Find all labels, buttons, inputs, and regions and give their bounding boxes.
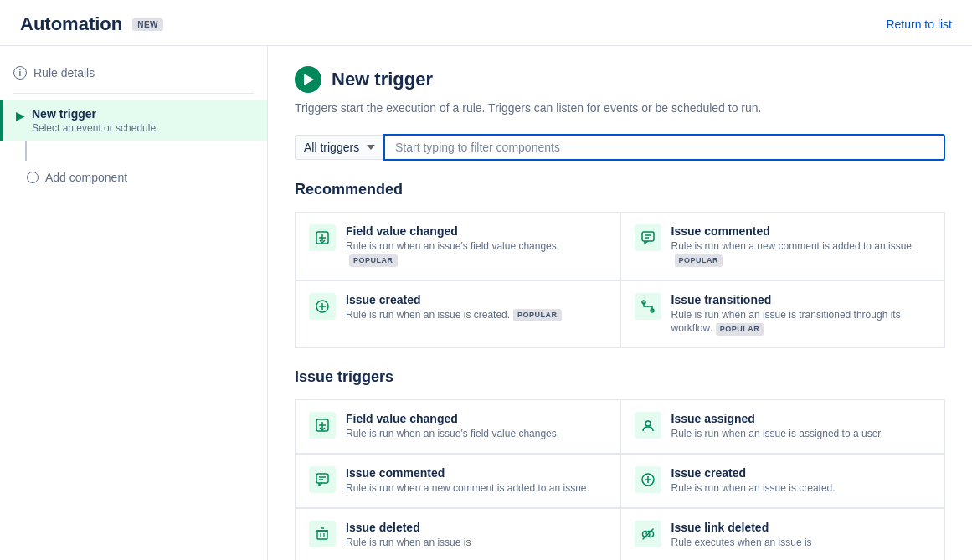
- trigger-title: New trigger: [32, 107, 158, 121]
- return-to-list-link[interactable]: Return to list: [886, 18, 952, 31]
- trigger-card-title: Issue deleted: [346, 521, 606, 534]
- trigger-card-desc: Rule is run when an issue is assigned to…: [671, 427, 932, 441]
- sidebar-trigger-item[interactable]: ▶ New trigger Select an event or schedul…: [0, 100, 267, 141]
- trigger-card[interactable]: Field value changedRule is run when an i…: [295, 212, 620, 280]
- panel-description: Triggers start the execution of a rule. …: [295, 100, 945, 117]
- sidebar: i Rule details ▶ New trigger Select an e…: [0, 46, 268, 560]
- trigger-card-title: Issue link deleted: [671, 521, 932, 534]
- add-component-label: Add component: [45, 171, 127, 184]
- header-left: Automation NEW: [20, 13, 163, 35]
- new-badge: NEW: [132, 18, 163, 31]
- main-content: i Rule details ▶ New trigger Select an e…: [0, 46, 972, 560]
- svg-rect-15: [316, 474, 328, 483]
- link-delete-icon: [635, 521, 661, 547]
- popular-badge: POPULAR: [349, 254, 398, 267]
- popular-badge: POPULAR: [513, 309, 562, 321]
- trigger-card-body: Issue createdRule is run when an issue i…: [346, 293, 606, 322]
- trigger-card-desc: Rule is run when an issue is created.POP…: [346, 308, 606, 322]
- recommended-section-title: Recommended: [295, 181, 945, 198]
- trigger-card-body: Field value changedRule is run when an i…: [346, 412, 606, 441]
- trigger-card[interactable]: Issue commentedRule is run when a new co…: [620, 212, 946, 280]
- trigger-card-title: Issue created: [346, 293, 606, 306]
- trigger-text: New trigger Select an event or schedule.: [32, 107, 158, 134]
- trigger-subtitle: Select an event or schedule.: [32, 122, 158, 134]
- add-circle-icon: [27, 172, 39, 183]
- app-header: Automation NEW Return to list: [0, 0, 972, 46]
- trigger-card-desc: Rule is run when an issue is transitione…: [671, 308, 932, 337]
- filter-row: All triggers: [295, 134, 945, 161]
- issue-triggers-grid: Field value changedRule is run when an i…: [295, 399, 945, 560]
- sidebar-add-component[interactable]: Add component: [0, 161, 267, 191]
- sidebar-divider: [13, 93, 254, 94]
- filter-input[interactable]: [383, 134, 945, 161]
- trigger-card[interactable]: Field value changedRule is run when an i…: [295, 399, 620, 454]
- trigger-card-body: Issue transitionedRule is run when an is…: [671, 293, 932, 337]
- trigger-filter-select[interactable]: All triggers: [295, 135, 383, 160]
- trigger-card-title: Field value changed: [346, 224, 606, 238]
- panel-title: New trigger: [332, 69, 433, 90]
- sidebar-item-rule-details[interactable]: i Rule details: [0, 59, 267, 86]
- trigger-card-title: Issue transitioned: [671, 293, 932, 306]
- delete-icon: [309, 521, 336, 547]
- play-triangle-shape: [304, 74, 314, 85]
- trigger-card-body: Issue deletedRule is run when an issue i…: [346, 521, 606, 550]
- trigger-card-body: Issue commentedRule is run when a new co…: [346, 466, 606, 496]
- popular-badge: POPULAR: [675, 254, 723, 267]
- trigger-card[interactable]: Issue transitionedRule is run when an is…: [620, 280, 946, 349]
- trigger-card[interactable]: Issue link deletedRule executes when an …: [620, 508, 946, 560]
- trigger-card[interactable]: Issue createdRule is run when an issue i…: [295, 280, 620, 349]
- trigger-card-title: Issue commented: [346, 466, 606, 480]
- trigger-card[interactable]: Issue commentedRule is run when a new co…: [295, 454, 620, 508]
- sidebar-connector-line: [25, 141, 27, 161]
- trigger-card[interactable]: Issue deletedRule is run when an issue i…: [295, 508, 620, 560]
- trigger-card[interactable]: Issue createdRule is run when an issue i…: [620, 454, 946, 508]
- trigger-card-desc: Rule is run when an issue's field value …: [346, 239, 606, 268]
- trigger-card-body: Issue link deletedRule executes when an …: [671, 521, 932, 550]
- svg-rect-21: [317, 531, 327, 539]
- trigger-card-desc: Rule is run when a new comment is added …: [671, 239, 932, 268]
- trigger-card-title: Issue created: [671, 466, 932, 480]
- svg-rect-3: [642, 232, 654, 241]
- trigger-card-desc: Rule is run when an issue is: [346, 536, 606, 550]
- trigger-card-title: Issue commented: [671, 224, 932, 238]
- trigger-card-desc: Rule executes when an issue is: [671, 536, 932, 550]
- svg-point-14: [645, 421, 651, 426]
- panel-header: New trigger: [295, 66, 945, 93]
- assigned-icon: [635, 412, 661, 439]
- svg-line-26: [643, 529, 653, 539]
- field-value-icon: [309, 412, 336, 439]
- trigger-card-body: Issue commentedRule is run when a new co…: [671, 224, 932, 268]
- trigger-card-desc: Rule is run when an issue is created.: [671, 481, 932, 496]
- comment-icon: [309, 466, 336, 493]
- trigger-card-title: Issue assigned: [671, 412, 932, 425]
- plus-icon: [309, 293, 336, 320]
- field-value-icon: [309, 224, 336, 251]
- recommended-grid: Field value changedRule is run when an i…: [295, 212, 945, 348]
- issue-triggers-section-title: Issue triggers: [295, 368, 945, 386]
- transition-icon: [635, 293, 661, 320]
- main-panel: New trigger Triggers start the execution…: [268, 46, 972, 560]
- play-arrow-icon: ▶: [16, 109, 25, 122]
- page-title: Automation: [20, 13, 122, 35]
- trigger-card-body: Issue assignedRule is run when an issue …: [671, 412, 932, 441]
- trigger-card-body: Field value changedRule is run when an i…: [346, 224, 606, 268]
- trigger-card-desc: Rule is run when an issue's field value …: [346, 427, 606, 441]
- trigger-card-title: Field value changed: [346, 412, 606, 425]
- rule-details-label: Rule details: [33, 66, 95, 80]
- popular-badge: POPULAR: [716, 323, 764, 336]
- info-icon: i: [13, 66, 27, 80]
- trigger-card-body: Issue createdRule is run when an issue i…: [671, 466, 932, 496]
- trigger-card-desc: Rule is run when a new comment is added …: [346, 481, 606, 496]
- trigger-play-icon: [295, 66, 321, 93]
- trigger-card[interactable]: Issue assignedRule is run when an issue …: [620, 399, 946, 454]
- plus-icon: [635, 466, 661, 493]
- comment-icon: [635, 224, 661, 251]
